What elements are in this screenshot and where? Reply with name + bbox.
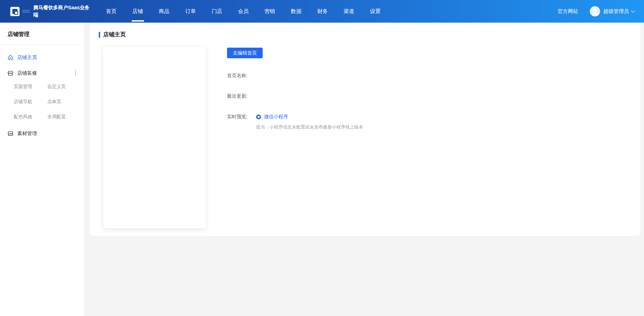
shop-decoration-submenu: 页面管理 自定义页 店铺导航 点单页 配色风格 全局配置 [0,81,84,123]
field-live-preview: 实时预览: 微信小程序 [227,114,363,120]
nav-item-goods[interactable]: 商品 [151,0,177,23]
app-logo-icon [10,7,20,16]
radio-selected-icon[interactable] [256,114,261,119]
nav-item-home[interactable]: 首页 [98,0,124,23]
sidebar-item-shop-home[interactable]: 店铺主页 [0,49,84,65]
nav-item-shop[interactable]: 店铺 [124,0,151,23]
home-icon [8,54,13,60]
nav-item-settings[interactable]: 设置 [362,0,389,23]
sidebar-item-label: 店铺装修 [17,70,37,76]
nav-item-channels[interactable]: 渠道 [336,0,362,23]
homepage-info: 去编辑首页 首页名称: 最近更新: 实时预览: 微信小程序 [227,47,363,229]
chevron-down-icon [631,9,635,12]
official-website-link[interactable]: 官方网站 [558,8,578,15]
submenu-item-shop-navigation[interactable]: 店铺导航 [14,99,47,105]
field-last-update: 最近更新: [227,93,363,99]
header-right: 官方网站 超级管理员 [558,6,634,16]
wechat-miniprogram-link[interactable]: 微信小程序 [264,114,288,120]
nav-item-members[interactable]: 会员 [230,0,257,23]
sidebar: 店铺管理 店铺主页 店铺装修 页面管理 自定义页 店铺导航 [0,23,84,316]
storefront-icon [8,70,13,76]
chevron-up-icon[interactable] [75,70,76,76]
submenu-item-color-style[interactable]: 配色风格 [14,114,47,120]
title-accent-bar [99,32,100,38]
user-menu[interactable]: 超级管理员 [590,6,634,16]
brand: 腾马餐饮多商户Saas业务端 [10,4,96,19]
shop-home-card: 店铺主页 去编辑首页 首页名称: 最近更新: 实时预览: [90,23,641,236]
wechat-miniprogram-option[interactable]: 微信小程序 [256,114,288,120]
top-nav: 首页 店铺 商品 订单 门店 会员 营销 数据 财务 渠道 设置 [98,0,389,23]
field-label: 首页名称: [227,73,252,79]
submenu-item-global-config[interactable]: 全局配置 [47,114,84,120]
nav-item-orders[interactable]: 订单 [177,0,204,23]
top-header: 腾马餐饮多商户Saas业务端 首页 店铺 商品 订单 门店 会员 营销 数据 财… [0,0,644,23]
brand-title: 腾马餐饮多商户Saas业务端 [33,4,91,19]
submenu-item-custom-page[interactable]: 自定义页 [47,84,84,90]
main-area: 店铺主页 去编辑首页 首页名称: 最近更新: 实时预览: [84,23,644,316]
sidebar-title: 店铺管理 [0,31,84,44]
preview-tip: 提示：小程序信息未配置或未发布最新小程序线上版本 [256,124,363,130]
sidebar-item-shop-decoration[interactable]: 店铺装修 [0,65,84,81]
sidebar-item-label: 店铺主页 [17,54,37,61]
image-icon [8,131,13,136]
nav-item-data[interactable]: 数据 [283,0,309,23]
sidebar-item-material-management[interactable]: 素材管理 [0,125,84,141]
user-name: 超级管理员 [603,8,629,15]
divider [0,44,84,45]
section-title: 店铺主页 [99,31,632,38]
submenu-item-page-management[interactable]: 页面管理 [14,84,47,90]
edit-homepage-button[interactable]: 去编辑首页 [227,48,263,58]
nav-item-finance[interactable]: 财务 [309,0,336,23]
field-label: 实时预览: [227,114,252,120]
logo-watermark [22,10,30,13]
nav-item-marketing[interactable]: 营销 [257,0,283,23]
submenu-item-order-page[interactable]: 点单页 [47,99,84,105]
nav-item-stores[interactable]: 门店 [204,0,230,23]
sidebar-item-label: 素材管理 [17,130,37,137]
field-home-name: 首页名称: [227,73,363,79]
user-avatar [590,6,600,16]
section-title-text: 店铺主页 [103,31,126,38]
field-label: 最近更新: [227,93,252,99]
homepage-preview-panel [103,47,206,229]
